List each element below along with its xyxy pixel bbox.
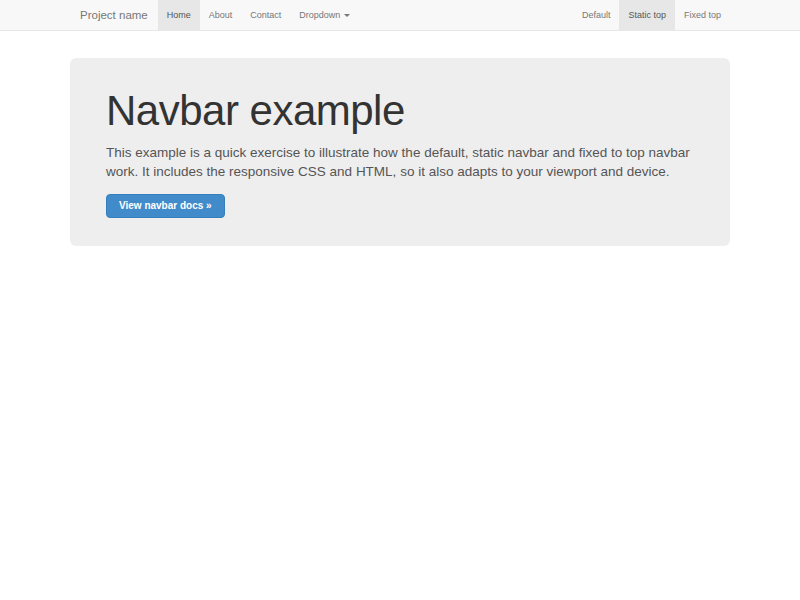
nav-item-label: Static top [628, 10, 666, 20]
nav-item-label: Contact [250, 10, 281, 20]
nav-item-dropdown[interactable]: Dropdown [290, 0, 359, 30]
caret-down-icon [344, 14, 350, 17]
nav-item-label: Fixed top [684, 10, 721, 20]
nav-item-label: Home [167, 10, 191, 20]
nav-item-static-top[interactable]: Static top [619, 0, 675, 30]
navbar: Project name Home About Contact Dropdown… [0, 0, 800, 31]
nav-item-label: About [209, 10, 233, 20]
jumbotron-description: This example is a quick exercise to illu… [106, 143, 692, 181]
navbar-right-nav: Default Static top Fixed top [573, 0, 730, 30]
jumbotron: Navbar example This example is a quick e… [70, 58, 730, 246]
navbar-brand[interactable]: Project name [70, 0, 158, 30]
navbar-container: Project name Home About Contact Dropdown… [70, 0, 730, 30]
view-navbar-docs-button[interactable]: View navbar docs » [106, 194, 225, 218]
nav-item-default[interactable]: Default [573, 0, 620, 30]
nav-item-fixed-top[interactable]: Fixed top [675, 0, 730, 30]
nav-item-home[interactable]: Home [158, 0, 200, 30]
page-title: Navbar example [106, 88, 693, 134]
nav-item-about[interactable]: About [200, 0, 242, 30]
main-content: Navbar example This example is a quick e… [70, 58, 730, 246]
nav-item-contact[interactable]: Contact [241, 0, 290, 30]
nav-item-label: Default [582, 10, 611, 20]
navbar-left-nav: Home About Contact Dropdown [158, 0, 360, 30]
nav-item-label: Dropdown [299, 10, 340, 20]
